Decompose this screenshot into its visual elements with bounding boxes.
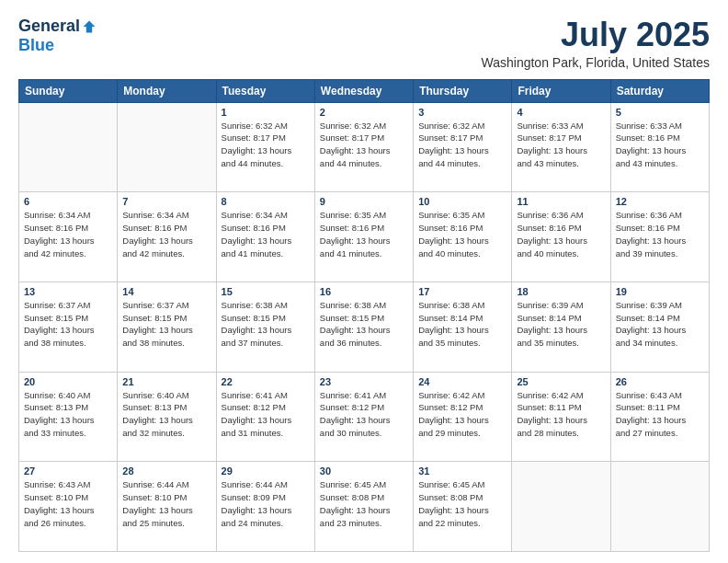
title-section: July 2025 Washington Park, Florida, Unit…	[482, 17, 711, 70]
day-info: Sunrise: 6:34 AM Sunset: 8:16 PM Dayligh…	[122, 209, 210, 259]
calendar-cell: 23Sunrise: 6:41 AM Sunset: 8:12 PM Dayli…	[314, 372, 413, 462]
day-info: Sunrise: 6:45 AM Sunset: 8:08 PM Dayligh…	[320, 478, 408, 529]
day-number: 6	[24, 196, 112, 207]
day-info: Sunrise: 6:36 AM Sunset: 8:16 PM Dayligh…	[616, 209, 704, 259]
day-number: 8	[222, 196, 310, 207]
calendar-cell: 22Sunrise: 6:41 AM Sunset: 8:12 PM Dayli…	[216, 372, 314, 462]
calendar-cell: 20Sunrise: 6:40 AM Sunset: 8:13 PM Dayli…	[19, 372, 118, 462]
day-number: 29	[222, 465, 310, 477]
day-info: Sunrise: 6:34 AM Sunset: 8:16 PM Dayligh…	[222, 209, 310, 259]
day-info: Sunrise: 6:38 AM Sunset: 8:15 PM Dayligh…	[222, 299, 310, 350]
calendar-cell: 31Sunrise: 6:45 AM Sunset: 8:08 PM Dayli…	[414, 462, 512, 552]
day-info: Sunrise: 6:33 AM Sunset: 8:16 PM Dayligh…	[616, 120, 704, 170]
day-info: Sunrise: 6:43 AM Sunset: 8:10 PM Dayligh…	[24, 478, 112, 529]
weekday-header-thursday: Thursday	[414, 79, 512, 102]
day-number: 3	[418, 107, 506, 118]
calendar-cell: 10Sunrise: 6:35 AM Sunset: 8:16 PM Dayli…	[414, 192, 512, 282]
weekday-header-row: SundayMondayTuesdayWednesdayThursdayFrid…	[19, 79, 710, 102]
day-number: 27	[24, 465, 112, 477]
day-number: 12	[616, 196, 704, 207]
day-number: 4	[517, 107, 605, 118]
day-number: 19	[616, 286, 704, 297]
weekday-header-saturday: Saturday	[610, 79, 709, 102]
day-info: Sunrise: 6:36 AM Sunset: 8:16 PM Dayligh…	[517, 209, 605, 259]
calendar-cell: 26Sunrise: 6:43 AM Sunset: 8:11 PM Dayli…	[610, 372, 709, 462]
day-info: Sunrise: 6:32 AM Sunset: 8:17 PM Dayligh…	[222, 120, 310, 170]
logo-general-text: General	[18, 17, 80, 36]
calendar-cell: 13Sunrise: 6:37 AM Sunset: 8:15 PM Dayli…	[19, 282, 118, 372]
day-number: 18	[517, 286, 605, 297]
day-number: 26	[616, 376, 704, 387]
calendar-cell: 25Sunrise: 6:42 AM Sunset: 8:11 PM Dayli…	[512, 372, 610, 462]
calendar-cell: 24Sunrise: 6:42 AM Sunset: 8:12 PM Dayli…	[414, 372, 512, 462]
page: General Blue July 2025 Washington Park, …	[0, 0, 728, 563]
calendar-cell: 19Sunrise: 6:39 AM Sunset: 8:14 PM Dayli…	[610, 282, 709, 372]
calendar-cell	[610, 462, 709, 552]
day-number: 9	[320, 196, 408, 207]
calendar-cell: 18Sunrise: 6:39 AM Sunset: 8:14 PM Dayli…	[512, 282, 610, 372]
day-number: 1	[222, 107, 310, 118]
logo-icon	[82, 19, 97, 34]
day-info: Sunrise: 6:32 AM Sunset: 8:17 PM Dayligh…	[320, 120, 408, 170]
day-info: Sunrise: 6:45 AM Sunset: 8:08 PM Dayligh…	[418, 478, 506, 529]
calendar-cell: 17Sunrise: 6:38 AM Sunset: 8:14 PM Dayli…	[414, 282, 512, 372]
weekday-header-tuesday: Tuesday	[216, 79, 314, 102]
day-number: 17	[418, 286, 506, 297]
calendar-cell: 12Sunrise: 6:36 AM Sunset: 8:16 PM Dayli…	[610, 192, 709, 282]
day-number: 20	[24, 376, 112, 387]
calendar-cell	[512, 462, 610, 552]
day-number: 13	[24, 286, 112, 297]
day-number: 30	[320, 465, 408, 477]
day-info: Sunrise: 6:42 AM Sunset: 8:11 PM Dayligh…	[517, 389, 605, 440]
calendar-cell	[118, 102, 216, 192]
day-info: Sunrise: 6:33 AM Sunset: 8:17 PM Dayligh…	[517, 120, 605, 170]
day-info: Sunrise: 6:35 AM Sunset: 8:16 PM Dayligh…	[320, 209, 408, 259]
day-info: Sunrise: 6:35 AM Sunset: 8:16 PM Dayligh…	[418, 209, 506, 259]
svg-marker-0	[84, 20, 96, 32]
day-info: Sunrise: 6:44 AM Sunset: 8:10 PM Dayligh…	[122, 478, 210, 529]
day-info: Sunrise: 6:37 AM Sunset: 8:15 PM Dayligh…	[122, 299, 210, 350]
weekday-header-friday: Friday	[512, 79, 610, 102]
day-info: Sunrise: 6:38 AM Sunset: 8:15 PM Dayligh…	[320, 299, 408, 350]
day-info: Sunrise: 6:39 AM Sunset: 8:14 PM Dayligh…	[616, 299, 704, 350]
day-info: Sunrise: 6:44 AM Sunset: 8:09 PM Dayligh…	[222, 478, 310, 529]
calendar-cell: 29Sunrise: 6:44 AM Sunset: 8:09 PM Dayli…	[216, 462, 314, 552]
day-number: 25	[517, 376, 605, 387]
calendar-cell: 16Sunrise: 6:38 AM Sunset: 8:15 PM Dayli…	[314, 282, 413, 372]
calendar-cell: 14Sunrise: 6:37 AM Sunset: 8:15 PM Dayli…	[118, 282, 216, 372]
calendar-cell: 9Sunrise: 6:35 AM Sunset: 8:16 PM Daylig…	[314, 192, 413, 282]
calendar-cell: 11Sunrise: 6:36 AM Sunset: 8:16 PM Dayli…	[512, 192, 610, 282]
day-number: 2	[320, 107, 408, 118]
day-number: 23	[320, 376, 408, 387]
weekday-header-monday: Monday	[118, 79, 216, 102]
day-number: 10	[418, 196, 506, 207]
calendar-week-2: 6Sunrise: 6:34 AM Sunset: 8:16 PM Daylig…	[19, 192, 710, 282]
day-info: Sunrise: 6:34 AM Sunset: 8:16 PM Dayligh…	[24, 209, 112, 259]
header: General Blue July 2025 Washington Park, …	[18, 17, 710, 70]
calendar-cell: 3Sunrise: 6:32 AM Sunset: 8:17 PM Daylig…	[414, 102, 512, 192]
logo-blue-text: Blue	[18, 36, 54, 55]
calendar-cell: 28Sunrise: 6:44 AM Sunset: 8:10 PM Dayli…	[118, 462, 216, 552]
calendar-week-5: 27Sunrise: 6:43 AM Sunset: 8:10 PM Dayli…	[19, 462, 710, 552]
calendar-week-3: 13Sunrise: 6:37 AM Sunset: 8:15 PM Dayli…	[19, 282, 710, 372]
calendar-cell: 1Sunrise: 6:32 AM Sunset: 8:17 PM Daylig…	[216, 102, 314, 192]
day-info: Sunrise: 6:37 AM Sunset: 8:15 PM Dayligh…	[24, 299, 112, 350]
day-number: 28	[122, 465, 210, 477]
calendar-cell: 15Sunrise: 6:38 AM Sunset: 8:15 PM Dayli…	[216, 282, 314, 372]
calendar-cell: 6Sunrise: 6:34 AM Sunset: 8:16 PM Daylig…	[19, 192, 118, 282]
calendar-cell: 7Sunrise: 6:34 AM Sunset: 8:16 PM Daylig…	[118, 192, 216, 282]
calendar-cell: 21Sunrise: 6:40 AM Sunset: 8:13 PM Dayli…	[118, 372, 216, 462]
calendar-cell: 8Sunrise: 6:34 AM Sunset: 8:16 PM Daylig…	[216, 192, 314, 282]
day-info: Sunrise: 6:42 AM Sunset: 8:12 PM Dayligh…	[418, 389, 506, 440]
day-info: Sunrise: 6:41 AM Sunset: 8:12 PM Dayligh…	[320, 389, 408, 440]
calendar-cell: 5Sunrise: 6:33 AM Sunset: 8:16 PM Daylig…	[610, 102, 709, 192]
day-number: 22	[222, 376, 310, 387]
day-info: Sunrise: 6:40 AM Sunset: 8:13 PM Dayligh…	[24, 389, 112, 440]
weekday-header-wednesday: Wednesday	[314, 79, 413, 102]
calendar-cell: 2Sunrise: 6:32 AM Sunset: 8:17 PM Daylig…	[314, 102, 413, 192]
calendar-cell: 4Sunrise: 6:33 AM Sunset: 8:17 PM Daylig…	[512, 102, 610, 192]
calendar-week-4: 20Sunrise: 6:40 AM Sunset: 8:13 PM Dayli…	[19, 372, 710, 462]
calendar-cell: 27Sunrise: 6:43 AM Sunset: 8:10 PM Dayli…	[19, 462, 118, 552]
month-title: July 2025	[482, 17, 711, 53]
day-info: Sunrise: 6:43 AM Sunset: 8:11 PM Dayligh…	[616, 389, 704, 440]
